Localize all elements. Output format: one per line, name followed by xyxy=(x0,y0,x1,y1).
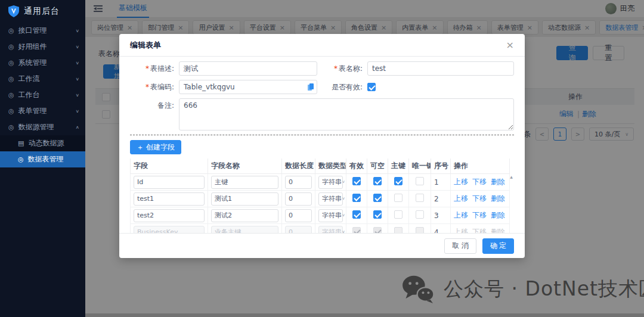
create-field-button[interactable]: ＋ 创建字段 xyxy=(130,140,181,154)
menu-bullet-icon: ◎ xyxy=(8,59,14,67)
delete-row-link[interactable]: 删除 xyxy=(491,194,505,203)
field-name-input[interactable] xyxy=(211,176,278,189)
table-code-input[interactable] xyxy=(179,80,317,94)
fields-table-header-row: 字段字段名称数据长度数据类型有效可空主键唯一键序号操作 xyxy=(131,158,510,174)
chevron-down-icon: ∨ xyxy=(75,29,79,33)
plus-icon: ＋ xyxy=(137,142,144,153)
sidebar-item-label: 系统管理 xyxy=(18,58,76,68)
sidebar-item-label: 好用组件 xyxy=(18,42,76,52)
chevron-down-icon: ∨ xyxy=(75,77,79,82)
field-row: 字符串∨1上移下移删除 xyxy=(131,174,510,191)
column-header: 有效 xyxy=(346,158,367,174)
move-down-link[interactable]: 下移 xyxy=(472,178,487,186)
column-header: 序号 xyxy=(431,158,451,174)
move-up-link[interactable]: 上移 xyxy=(454,178,468,186)
close-icon[interactable]: × xyxy=(506,41,514,50)
data-type-select[interactable]: 字符串∨ xyxy=(318,192,343,206)
app-root: 通用后台 ◎接口管理∨◎好用组件∨◎系统管理∨◎工作流∨◎工作台∨◎表单管理∨◎… xyxy=(0,0,644,317)
sidebar-item[interactable]: ◎好用组件∨ xyxy=(0,39,85,55)
move-up-link[interactable]: 上移 xyxy=(454,194,468,203)
cancel-button[interactable]: 取 消 xyxy=(444,238,476,254)
valid-checkbox[interactable] xyxy=(352,177,361,185)
unique-key-checkbox[interactable] xyxy=(416,210,424,219)
data-length-input[interactable] xyxy=(285,176,312,189)
note-label: 备注: xyxy=(130,98,179,113)
sidebar-item[interactable]: ◎接口管理∨ xyxy=(0,23,85,39)
menu-bullet-icon: ◎ xyxy=(18,156,24,163)
scroll-up-icon[interactable]: ▲ xyxy=(510,175,513,179)
sequence-number: 2 xyxy=(431,191,451,207)
modal-title: 编辑表单 xyxy=(130,40,161,51)
modal-header: 编辑表单 × xyxy=(119,34,525,57)
field-name-input[interactable] xyxy=(211,209,278,222)
field-code-input[interactable] xyxy=(134,176,205,189)
field-name-input[interactable] xyxy=(211,192,278,206)
chevron-down-icon: ∨ xyxy=(342,180,345,184)
primary-key-checkbox[interactable] xyxy=(394,177,402,185)
valid-checkbox[interactable] xyxy=(352,210,361,219)
ok-button[interactable]: 确 定 xyxy=(482,238,514,254)
nullable-checkbox[interactable] xyxy=(373,210,382,219)
fields-table: 字段字段名称数据长度数据类型有效可空主键唯一键序号操作 字符串∨1上移下移删除字… xyxy=(130,158,514,233)
modal-footer: 取 消 确 定 xyxy=(119,233,525,258)
chevron-down-icon: ∨ xyxy=(75,45,79,49)
sidebar-item[interactable]: ◎工作台∨ xyxy=(0,87,85,103)
sidebar-subitem[interactable]: ◎数据表管理 xyxy=(0,151,85,167)
table-name-label: *表名称: xyxy=(317,61,367,76)
move-up-link[interactable]: 上移 xyxy=(454,211,468,219)
primary-key-checkbox[interactable] xyxy=(394,194,402,202)
chevron-up-icon: ∧ xyxy=(75,125,79,130)
column-header: 数据长度 xyxy=(282,158,315,174)
chevron-down-icon: ∨ xyxy=(75,61,79,66)
sidebar-item-label: 工作台 xyxy=(18,90,76,100)
data-length-input[interactable] xyxy=(285,209,312,222)
watermark-text: 公众号 · DotNet技术匠 xyxy=(444,276,644,303)
note-textarea[interactable]: 666 xyxy=(179,98,514,130)
sidebar-menu: ◎接口管理∨◎好用组件∨◎系统管理∨◎工作流∨◎工作台∨◎表单管理∨◎数据源管理… xyxy=(0,23,85,167)
copy-icon[interactable] xyxy=(308,83,314,91)
modal-body: *表描述: *表名称: *表编码: 是否有效: 备注: xyxy=(119,57,525,233)
primary-key-checkbox xyxy=(394,227,402,233)
nullable-checkbox[interactable] xyxy=(373,194,382,202)
nullable-checkbox[interactable] xyxy=(373,177,382,185)
sidebar-item-label: 工作流 xyxy=(18,74,76,84)
move-down-link[interactable]: 下移 xyxy=(472,194,487,203)
unique-key-checkbox[interactable] xyxy=(416,194,424,202)
required-asterisk: * xyxy=(334,64,338,73)
data-length-input[interactable] xyxy=(285,192,312,206)
column-header: 数据类型 xyxy=(315,158,346,174)
sidebar-item-label: 数据源管理 xyxy=(18,122,76,132)
sidebar-subitem[interactable]: ▤动态数据源 xyxy=(0,135,85,151)
valid-checkbox xyxy=(352,227,361,233)
delete-row-link[interactable]: 删除 xyxy=(491,178,505,186)
field-code-input[interactable] xyxy=(134,209,205,222)
unique-key-checkbox[interactable] xyxy=(416,177,424,185)
sidebar-item[interactable]: ◎表单管理∨ xyxy=(0,103,85,119)
primary-key-checkbox[interactable] xyxy=(394,210,402,219)
move-down-link[interactable]: 下移 xyxy=(472,211,487,219)
sidebar-item[interactable]: ◎数据源管理∧ xyxy=(0,119,85,135)
is-valid-checkbox[interactable] xyxy=(367,83,376,91)
field-row: 字符串∨3上移下移删除 xyxy=(131,207,510,224)
data-type-select[interactable]: 字符串∨ xyxy=(318,176,343,189)
chevron-down-icon: ∨ xyxy=(75,109,79,114)
chevron-down-icon: ∨ xyxy=(342,197,345,201)
table-name-input[interactable] xyxy=(367,61,514,76)
chevron-down-icon: ∨ xyxy=(342,213,345,217)
unique-key-checkbox xyxy=(416,227,424,233)
sidebar-item[interactable]: ◎工作流∨ xyxy=(0,71,85,87)
table-scrollbar[interactable]: ▲ ▼ xyxy=(509,173,514,233)
menu-bullet-icon: ◎ xyxy=(8,91,14,99)
table-desc-input[interactable] xyxy=(179,61,317,76)
edit-form-modal: 编辑表单 × *表描述: *表名称: *表编码: 是否有效: xyxy=(119,34,525,258)
delete-row-link: 删除 xyxy=(491,228,505,233)
data-type-select[interactable]: 字符串∨ xyxy=(318,209,343,222)
valid-checkbox[interactable] xyxy=(352,194,361,202)
bottom-strip xyxy=(85,313,644,317)
sidebar-item[interactable]: ◎系统管理∨ xyxy=(0,55,85,71)
menu-bullet-icon: ◎ xyxy=(8,107,14,115)
field-code-input[interactable] xyxy=(134,192,205,206)
data-length-input xyxy=(285,226,312,234)
delete-row-link[interactable]: 删除 xyxy=(491,211,505,219)
column-header: 操作 xyxy=(451,158,510,174)
